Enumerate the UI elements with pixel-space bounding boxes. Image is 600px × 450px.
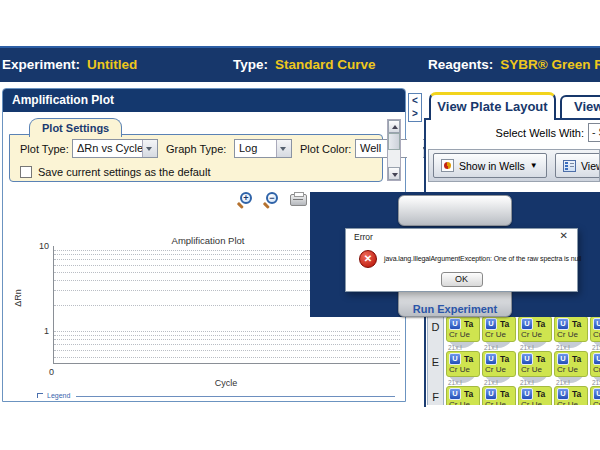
task-unknown-icon: U <box>449 318 461 330</box>
show-in-wells-button[interactable]: Show in Wells ▼ <box>433 153 547 178</box>
well-detail-text: Cr Ue <box>449 400 477 405</box>
legend-label: Legend <box>47 392 70 399</box>
gridline <box>54 339 400 340</box>
view-legend-button[interactable]: View L <box>555 153 600 178</box>
plate-well[interactable]: 21x.lUTaCr Ue <box>482 344 516 379</box>
well-target-text: Ta <box>464 319 473 329</box>
scrollbar-thumb[interactable] <box>388 133 400 150</box>
wizard-button-1[interactable] <box>398 195 512 226</box>
select-wells-dropdown[interactable]: - S <box>588 123 600 142</box>
well-detail-text: Cr Ue <box>557 365 585 374</box>
plot-type-select[interactable]: ΔRn vs Cycle <box>72 139 158 158</box>
plot-settings-box: Plot Type: ΔRn vs Cycle Graph Type: Log … <box>9 134 383 182</box>
close-icon[interactable]: ✕ <box>560 231 568 241</box>
save-default-label: Save current settings as the default <box>38 166 210 178</box>
panel-title: Amplification Plot <box>3 89 405 112</box>
well-detail-text: Cr Ue <box>521 400 549 405</box>
well-target-text: Ta <box>572 319 581 329</box>
legend-section[interactable]: Legend <box>37 392 395 399</box>
gridline <box>54 331 400 332</box>
scroll-up-icon[interactable] <box>388 120 400 133</box>
plate-well[interactable]: 21x.lUTaCr Ue <box>446 379 480 405</box>
well-sample-text: 21x.l <box>592 344 600 351</box>
task-unknown-icon: U <box>485 353 497 365</box>
task-unknown-icon: U <box>521 318 533 330</box>
settings-scrollbar[interactable] <box>387 119 401 181</box>
collapse-left-icon[interactable]: < <box>409 94 421 107</box>
well-content: UTaCr Ue <box>518 351 552 377</box>
type-field: Type:Standard Curve <box>233 57 376 72</box>
plate-row-label: D <box>427 321 444 333</box>
well-target-text: Ta <box>536 319 545 329</box>
well-target-text: Ta <box>536 389 545 399</box>
plate-well[interactable]: 21x.lUTaCr Ue <box>518 317 552 344</box>
legend-collapse-icon[interactable] <box>37 393 43 398</box>
plate-well[interactable]: 21x.lUTaCr Ue <box>446 344 480 379</box>
task-unknown-icon: U <box>449 388 461 400</box>
well-detail-text: Cr Ue <box>593 330 600 339</box>
well-detail-text: Cr Ue <box>485 365 513 374</box>
task-unknown-icon: U <box>485 388 497 400</box>
task-unknown-icon: U <box>593 388 600 400</box>
well-target-text: Ta <box>500 354 509 364</box>
gridline <box>54 335 400 336</box>
plate-well[interactable]: 21x.lUTaCr Ue <box>482 379 516 405</box>
well-detail-text: Cr Ue <box>557 330 585 339</box>
task-unknown-icon: U <box>593 353 600 365</box>
plate-well[interactable]: 21x.lUTaCr Ue <box>590 344 600 379</box>
graph-type-select[interactable]: Log <box>234 139 292 158</box>
tab-view-plate-layout[interactable]: View Plate Layout <box>429 92 556 120</box>
plate-well[interactable]: 21x.lUTaCr Ue <box>518 379 552 405</box>
plot-color-label: Plot Color: <box>300 143 351 155</box>
plate-well[interactable]: 21x.lUTaCr Ue <box>482 317 516 344</box>
save-default-checkbox[interactable] <box>20 166 32 178</box>
well-sample-text: 21x.l <box>484 379 498 386</box>
gridline <box>54 344 400 345</box>
chevron-down-icon[interactable] <box>276 140 291 157</box>
reagents-label: Reagents: <box>428 57 493 72</box>
ok-button[interactable]: OK <box>441 272 483 287</box>
zoom-out-icon[interactable]: − <box>266 192 279 205</box>
well-content: UTaCr Ue <box>554 386 588 405</box>
type-value: Standard Curve <box>275 57 376 72</box>
expand-right-icon[interactable]: > <box>409 107 421 120</box>
tab-view-well-table[interactable]: View <box>560 95 600 118</box>
plate-well[interactable]: 21x.lUTaCr Ue <box>554 379 588 405</box>
well-content: UTaCr Ue <box>590 317 600 342</box>
task-unknown-icon: U <box>557 353 569 365</box>
well-content: UTaCr Ue <box>590 351 600 377</box>
well-sample-text: 21x.l <box>448 344 462 351</box>
well-detail-text: Cr Ue <box>485 400 513 405</box>
task-unknown-icon: U <box>521 353 533 365</box>
plate-well[interactable]: 21x.lUTaCr Ue <box>518 344 552 379</box>
y-axis-tick: 1 <box>31 326 49 336</box>
experiment-field: Experiment:Untitled <box>2 57 137 72</box>
well-detail-text: Cr Ue <box>449 365 477 374</box>
experiment-value: Untitled <box>87 57 137 72</box>
task-unknown-icon: U <box>557 388 569 400</box>
experiment-header-bar: Experiment:Untitled Type:Standard Curve … <box>0 46 600 82</box>
task-unknown-icon: U <box>593 318 600 330</box>
zoom-in-icon[interactable]: + <box>240 192 253 205</box>
type-label: Type: <box>233 57 268 72</box>
plate-well[interactable]: 21x.lUTaCr Ue <box>590 317 600 344</box>
plate-well[interactable]: 21x.lUTaCr Ue <box>446 317 480 344</box>
well-content: UTaCr Ue <box>482 317 516 342</box>
error-dialog-title: Error <box>354 232 373 242</box>
plot-type-label: Plot Type: <box>20 143 69 155</box>
save-default-row: Save current settings as the default <box>20 166 210 178</box>
tab-plot-settings[interactable]: Plot Settings <box>29 118 122 137</box>
plate-well[interactable]: 21x.lUTaCr Ue <box>590 379 600 405</box>
show-in-wells-icon <box>441 159 454 172</box>
print-icon[interactable] <box>290 194 307 206</box>
well-detail-text: Cr Ue <box>557 400 585 405</box>
y-axis-label: ΔRn <box>13 289 23 307</box>
well-detail-text: Cr Ue <box>521 330 549 339</box>
well-sample-text: 21x.l <box>556 379 570 386</box>
plate-well[interactable]: 21x.lUTaCr Ue <box>554 317 588 344</box>
chevron-down-icon[interactable] <box>142 140 157 157</box>
scroll-down-icon[interactable] <box>388 167 400 180</box>
well-sample-text: 21x.l <box>592 379 600 386</box>
plate-well[interactable]: 21x.lUTaCr Ue <box>554 344 588 379</box>
graph-type-label: Graph Type: <box>166 143 226 155</box>
